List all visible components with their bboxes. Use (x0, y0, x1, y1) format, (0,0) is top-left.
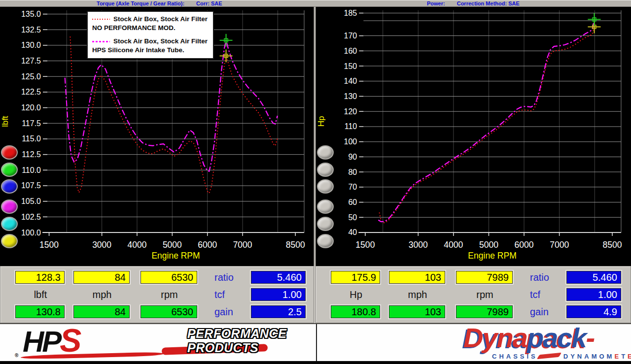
dyno-software-window: Torque (Axle Torque / Gear Ratio):Corr: … (0, 0, 631, 364)
power-chart: 1851701601501401301201101009080706050401… (316, 7, 631, 266)
charts-area: 135.0132.5130.0127.5125.0122.5120.0117.5… (0, 7, 631, 266)
power-cursor1-value: 175.9 (331, 271, 380, 284)
x-axis-title: Engine RPM (151, 251, 200, 261)
torque-curve-button-5[interactable] (1, 217, 18, 231)
svg-text:7000: 7000 (233, 240, 252, 250)
power-correction-text: Correction Method: SAE (457, 0, 520, 6)
ratio-label: ratio (214, 272, 234, 283)
x-axis-ticks: 1500300040005000600070008500 (355, 232, 622, 250)
torque-cursor1-speed: 84 (73, 271, 130, 284)
window-title-bar: Torque (Axle Torque / Gear Ratio):Corr: … (0, 0, 631, 7)
svg-text:132.5: 132.5 (21, 26, 41, 34)
tcf-value: 1.00 (251, 288, 306, 301)
series-line-0 (380, 27, 595, 223)
svg-text:130: 130 (344, 92, 357, 100)
x-axis-ticks: 1500300040005000600070008500 (39, 232, 305, 250)
svg-text:70: 70 (348, 182, 357, 191)
torque-curve-button-4[interactable] (1, 199, 18, 214)
power-curve-button-1[interactable] (317, 145, 334, 160)
torque-cursor2-value: 130.8 (15, 305, 65, 318)
logo-divider (316, 324, 317, 362)
dynapack-dyna: Dyna (463, 322, 527, 353)
svg-text:3000: 3000 (92, 240, 111, 250)
torque-curve-button-1[interactable] (1, 145, 18, 160)
y-axis-title: lbft (0, 116, 10, 127)
torque-unit-label: lbft (15, 289, 66, 301)
power-cursor2-value: 180.8 (331, 305, 380, 318)
hps-hp-letters: HP (23, 325, 60, 358)
svg-text:110: 110 (345, 122, 357, 131)
legend-hps-line1: Stock Air Box, Stock Air Filter (113, 37, 208, 46)
power-readout-panel: 175.9 103 7989 Hp mph rpm 180.8 103 7989… (316, 266, 631, 323)
svg-text:6000: 6000 (198, 240, 217, 250)
rpm-unit-label: rpm (456, 289, 514, 301)
x-axis-title: Engine RPM (468, 251, 516, 261)
cursor-marker-1[interactable] (588, 13, 600, 26)
torque-curve-button-6[interactable] (1, 234, 18, 248)
dynapack-tagline: CHASSIS DYNAMOMETERS (492, 353, 631, 360)
hps-logo: ® HPS PERFORMANCE PRODUCTS (14, 325, 290, 361)
y-axis-title: Hp (316, 116, 326, 127)
svg-text:120: 120 (344, 107, 357, 116)
tcf-label: tcf (214, 289, 225, 300)
torque-curve-button-2[interactable] (1, 163, 18, 177)
power-title-text: Power: (427, 0, 445, 6)
logo-strip: ® HPS PERFORMANCE PRODUCTS Dynapack- CHA… (0, 323, 631, 361)
svg-text:8500: 8500 (603, 240, 622, 250)
power-curve-button-5[interactable] (317, 217, 334, 231)
power-curve-button-2[interactable] (317, 163, 334, 177)
hps-s-letter: S (60, 322, 79, 359)
dynapack-logo: Dynapack- CHASSIS DYNAMOMETERS (463, 325, 629, 361)
power-unit-label: Hp (331, 289, 381, 301)
power-chart-panel: 1851701601501401301201101009080706050401… (316, 7, 631, 266)
rpm-unit-label: rpm (140, 289, 198, 301)
readouts-strip: 128.3 84 6530 lbft mph rpm 130.8 84 6530… (0, 266, 631, 323)
svg-text:117.5: 117.5 (22, 119, 41, 128)
torque-cursor1-value: 128.3 (15, 271, 65, 284)
svg-text:7000: 7000 (550, 240, 569, 250)
hps-products-text: PRODUCTS (187, 341, 286, 355)
power-curve-button-6[interactable] (317, 234, 334, 248)
hps-wordmark: HPS (23, 324, 79, 358)
bottom-bar (0, 361, 631, 364)
svg-text:170: 170 (344, 31, 357, 40)
svg-text:80: 80 (348, 167, 357, 176)
svg-text:4000: 4000 (444, 240, 463, 250)
svg-text:120.0: 120.0 (21, 103, 41, 112)
y-axis-ticks: 135.0132.5130.0127.5125.0122.5120.0117.5… (21, 10, 47, 236)
legend-entry-hps: Stock Air Box, Stock Air Filter HPS Sili… (92, 37, 209, 55)
torque-curve-button-3[interactable] (1, 179, 18, 194)
svg-text:125.0: 125.0 (21, 72, 41, 81)
cursor-marker-0[interactable] (220, 49, 233, 62)
speed-unit-label: mph (73, 289, 131, 301)
dynapack-wordmark: Dynapack- (463, 323, 594, 353)
svg-text:100.0: 100.0 (21, 229, 41, 237)
gain-label: gain (530, 306, 549, 318)
hps-line-sample-icon (92, 41, 110, 42)
ratio-value: 5.460 (566, 271, 621, 284)
legend-hps-line2: HPS Silicone Air Intake Tube. (92, 46, 209, 55)
torque-cursor1-rpm: 6530 (140, 271, 197, 284)
torque-chart-panel: 135.0132.5130.0127.5125.0122.5120.0117.5… (0, 7, 314, 266)
power-curve-button-4[interactable] (317, 199, 334, 214)
svg-text:160: 160 (344, 46, 357, 55)
torque-cursor2-speed: 84 (73, 305, 130, 318)
svg-text:6000: 6000 (515, 240, 534, 250)
svg-text:102.5: 102.5 (21, 213, 41, 221)
hps-performance-text: PERFORMANCE (187, 327, 286, 341)
power-curve-button-3[interactable] (317, 179, 334, 194)
chart-legend: Stock Air Box, Stock Air Filter NO PERFO… (87, 11, 214, 59)
svg-text:105.0: 105.0 (21, 197, 41, 205)
power-cursor1-rpm: 7989 (456, 271, 513, 284)
svg-text:112.5: 112.5 (22, 150, 41, 159)
svg-text:185: 185 (344, 8, 357, 17)
svg-text:135.0: 135.0 (21, 10, 41, 18)
series-line-0 (70, 36, 277, 193)
cursor-marker-1[interactable] (220, 34, 233, 47)
torque-correction-text: Corr: SAE (196, 0, 222, 6)
torque-title-text: Torque (Axle Torque / Gear Ratio): (97, 0, 184, 6)
dynapack-swoosh-icon (537, 353, 561, 359)
svg-text:130.0: 130.0 (21, 41, 41, 49)
gain-label: gain (214, 306, 233, 318)
tcf-label: tcf (530, 289, 540, 300)
